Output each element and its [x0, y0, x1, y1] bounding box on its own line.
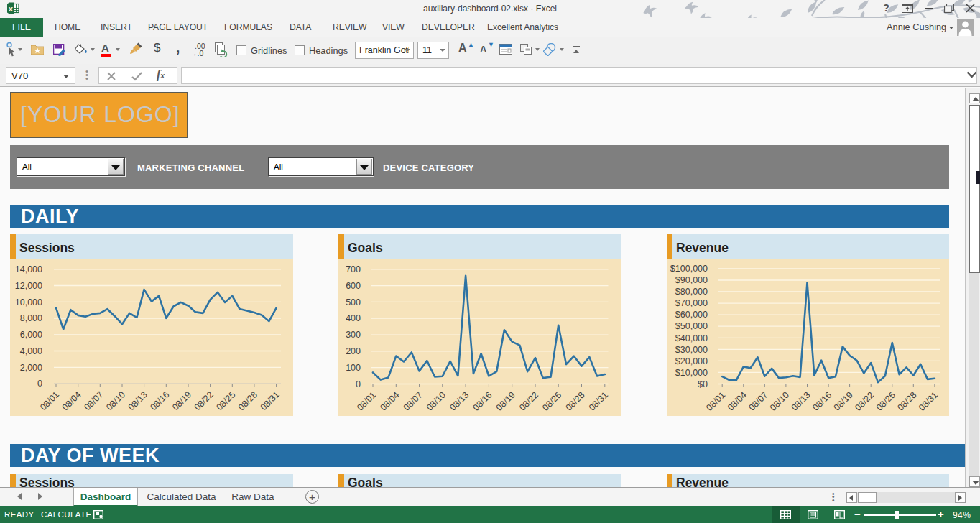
svg-text:100: 100	[346, 363, 361, 373]
svg-text:08/13: 08/13	[790, 390, 813, 413]
svg-text:2,000: 2,000	[20, 363, 42, 373]
svg-text:10,000: 10,000	[15, 297, 42, 307]
svg-text:08/10: 08/10	[425, 390, 448, 413]
svg-text:$70,000: $70,000	[675, 298, 708, 308]
svg-text:14,000: 14,000	[15, 264, 42, 274]
svg-text:08/22: 08/22	[517, 390, 540, 413]
svg-text:08/19: 08/19	[170, 389, 193, 412]
svg-text:08/07: 08/07	[402, 390, 425, 413]
svg-text:08/07: 08/07	[746, 390, 769, 413]
svg-text:08/22: 08/22	[193, 389, 216, 412]
svg-text:$10,000: $10,000	[675, 368, 708, 378]
svg-text:$90,000: $90,000	[675, 275, 708, 285]
svg-text:08/13: 08/13	[126, 389, 149, 412]
svg-text:08/31: 08/31	[587, 390, 610, 413]
svg-text:08/10: 08/10	[768, 390, 791, 413]
svg-text:$60,000: $60,000	[675, 310, 708, 320]
svg-text:08/31: 08/31	[917, 390, 940, 413]
svg-text:08/28: 08/28	[236, 389, 259, 412]
svg-text:08/31: 08/31	[259, 389, 282, 412]
svg-text:08/04: 08/04	[378, 390, 401, 413]
svg-text:400: 400	[346, 313, 361, 323]
svg-text:500: 500	[346, 297, 361, 307]
svg-text:$100,000: $100,000	[670, 264, 708, 274]
svg-text:$0: $0	[698, 379, 708, 389]
svg-text:08/01: 08/01	[38, 389, 61, 412]
svg-text:08/16: 08/16	[471, 390, 494, 413]
svg-text:08/04: 08/04	[726, 390, 749, 413]
svg-text:08/16: 08/16	[810, 390, 833, 413]
svg-text:0: 0	[356, 379, 361, 389]
svg-text:08/28: 08/28	[895, 390, 918, 413]
svg-text:08/04: 08/04	[60, 389, 83, 412]
svg-text:08/22: 08/22	[853, 390, 876, 413]
svg-text:08/16: 08/16	[148, 389, 171, 412]
svg-text:6,000: 6,000	[20, 330, 42, 340]
svg-text:200: 200	[346, 346, 361, 356]
svg-text:$30,000: $30,000	[675, 345, 708, 355]
svg-text:12,000: 12,000	[15, 281, 42, 291]
svg-text:600: 600	[346, 281, 361, 291]
svg-text:08/25: 08/25	[874, 390, 897, 413]
svg-text:300: 300	[346, 330, 361, 340]
svg-text:08/07: 08/07	[82, 389, 105, 412]
svg-text:700: 700	[346, 264, 361, 274]
svg-text:08/28: 08/28	[564, 390, 587, 413]
svg-text:08/25: 08/25	[540, 390, 563, 413]
svg-text:08/25: 08/25	[214, 389, 237, 412]
svg-text:4,000: 4,000	[20, 346, 42, 356]
svg-text:8,000: 8,000	[20, 313, 42, 323]
svg-text:08/10: 08/10	[104, 389, 127, 412]
svg-text:0: 0	[37, 379, 42, 389]
svg-text:08/19: 08/19	[832, 390, 855, 413]
svg-text:08/01: 08/01	[704, 390, 727, 413]
svg-text:$50,000: $50,000	[675, 321, 708, 331]
svg-text:08/19: 08/19	[494, 390, 517, 413]
svg-text:$20,000: $20,000	[675, 356, 708, 366]
svg-text:08/13: 08/13	[448, 390, 471, 413]
svg-text:08/01: 08/01	[355, 390, 378, 413]
svg-text:$40,000: $40,000	[675, 333, 708, 343]
svg-text:$80,000: $80,000	[675, 287, 708, 297]
